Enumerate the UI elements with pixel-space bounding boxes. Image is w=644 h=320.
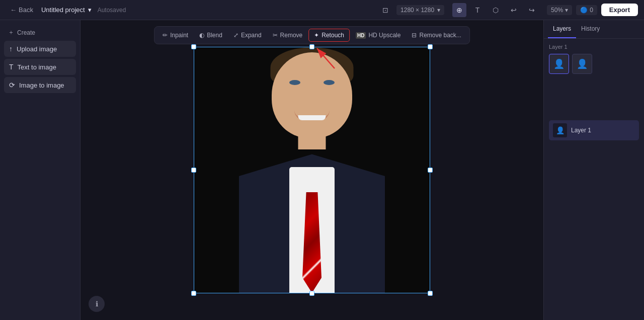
create-section-label: ＋ Create	[4, 26, 76, 41]
back-label: Back	[19, 6, 33, 14]
inpaint-icon: ✏	[163, 32, 168, 39]
create-icon: ＋	[8, 28, 14, 37]
layer-row[interactable]: 👤 Layer 1	[549, 120, 639, 140]
remove-icon: ✂	[273, 32, 278, 39]
handle-middle-right[interactable]	[428, 168, 433, 173]
info-button[interactable]: ℹ	[89, 296, 105, 312]
inpaint-button[interactable]: ✏ Inpaint	[157, 29, 193, 41]
sidebar-item-text-to-image[interactable]: T Text to image	[4, 59, 76, 75]
chevron-down-icon: ▾	[565, 7, 568, 14]
handle-bottom-right[interactable]	[428, 291, 433, 296]
layers-panel: Layer 1 👤 👤 👤 Layer 1	[544, 39, 644, 320]
canvas-image-wrapper[interactable]: ↺	[194, 47, 430, 293]
history-counter: 🔵 0	[576, 5, 597, 15]
back-arrow-icon: ←	[10, 6, 17, 14]
layer-thumb-portrait-icon-2: 👤	[577, 58, 588, 69]
sidebar-item-upload-image[interactable]: ↑ Upload image	[4, 41, 76, 57]
undo-button[interactable]: ↩	[507, 3, 521, 17]
tab-layers[interactable]: Layers	[548, 20, 576, 38]
remove-back-icon: ⊟	[412, 32, 417, 39]
retouch-icon: ✦	[314, 32, 319, 39]
chevron-down-icon: ▾	[88, 6, 92, 14]
expand-icon: ⤢	[233, 32, 238, 39]
remove-button[interactable]: ✂ Remove	[268, 29, 308, 41]
text-icon: T	[9, 63, 14, 71]
tab-history[interactable]: History	[576, 20, 605, 38]
right-sidebar: Layers History Layer 1 👤 👤 👤 Layer 1	[543, 20, 644, 320]
zoom-control[interactable]: 50% ▾	[547, 5, 572, 15]
left-sidebar: ＋ Create ↑ Upload image T Text to image …	[0, 20, 80, 320]
canvas-area[interactable]: ✏ Inpaint ◐ Blend ⤢ Expand ✂ Remove ✦ Re…	[80, 20, 543, 320]
sidebar-item-image-to-image[interactable]: ⟳ Image to image	[4, 77, 76, 93]
autosaved-status: Autosaved	[98, 7, 126, 14]
pen-tool-button[interactable]: ⬡	[489, 3, 503, 17]
expand-button[interactable]: ⤢ Expand	[228, 29, 267, 41]
portrait-background	[194, 47, 430, 293]
handle-top-left[interactable]	[191, 44, 196, 49]
handle-top-right[interactable]	[428, 44, 433, 49]
main-layout: ＋ Create ↑ Upload image T Text to image …	[0, 20, 644, 320]
remove-back-button[interactable]: ⊟ Remove back...	[407, 29, 466, 41]
handle-bottom-left[interactable]	[191, 291, 196, 296]
layer-group-label: Layer 1	[549, 44, 639, 50]
canvas-image[interactable]	[194, 47, 430, 293]
move-tool-button[interactable]: ⊕	[452, 3, 466, 17]
layer-thumb-1[interactable]: 👤	[549, 54, 569, 74]
upload-icon: ↑	[9, 45, 13, 53]
handle-top-middle[interactable]	[309, 44, 314, 49]
canvas-size-display[interactable]: 1280 × 1280 ▾	[396, 5, 444, 15]
blend-button[interactable]: ◐ Blend	[194, 29, 227, 41]
project-name[interactable]: Untitled project ▾	[41, 6, 92, 14]
layer-row-thumbnail: 👤	[553, 123, 567, 137]
cursor-tool-button[interactable]: T	[470, 3, 485, 17]
layer-thumbnails: 👤 👤	[549, 54, 639, 74]
export-button[interactable]: Export	[601, 4, 638, 16]
face	[272, 52, 352, 138]
layer-row-portrait-icon: 👤	[556, 126, 565, 134]
layer-thumb-portrait-icon: 👤	[553, 58, 565, 69]
layer-row-name: Layer 1	[571, 127, 591, 134]
redo-button[interactable]: ↪	[525, 3, 539, 17]
counter-icon: 🔵	[580, 7, 588, 14]
image-icon: ⟳	[9, 81, 15, 89]
canvas-resize-icon: ⊡	[378, 3, 392, 17]
topbar: ← Back Untitled project ▾ Autosaved ⊡ 12…	[0, 0, 644, 20]
info-icon: ℹ	[96, 300, 98, 308]
chevron-down-icon: ▾	[437, 7, 440, 14]
retouch-button[interactable]: ✦ Retouch	[308, 29, 350, 42]
hd-upscale-button[interactable]: HD HD Upscale	[351, 29, 406, 41]
blend-icon: ◐	[199, 32, 204, 39]
tool-buttons: ⊕ T ⬡ ↩ ↪	[452, 3, 539, 17]
handle-bottom-middle[interactable]	[309, 291, 314, 296]
canvas-toolbar: ✏ Inpaint ◐ Blend ⤢ Expand ✂ Remove ✦ Re…	[154, 26, 470, 44]
right-sidebar-tabs: Layers History	[544, 20, 644, 39]
handle-middle-left[interactable]	[191, 168, 196, 173]
layer-thumb-2[interactable]: 👤	[572, 54, 592, 74]
back-button[interactable]: ← Back	[6, 4, 37, 16]
hd-icon: HD	[356, 32, 366, 39]
